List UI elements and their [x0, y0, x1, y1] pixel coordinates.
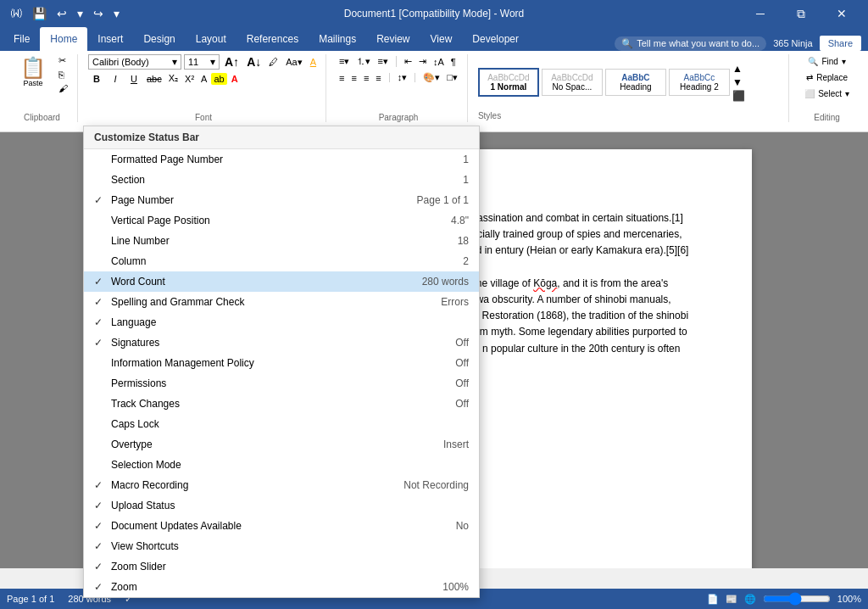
menu-item-signatures[interactable]: ✓ Signatures Off [84, 332, 479, 353]
change-case-btn[interactable]: Aa▾ [283, 56, 304, 69]
shading-btn[interactable]: 🎨▾ [420, 71, 442, 84]
styles-scroll-up[interactable]: ▲ [732, 63, 745, 75]
menu-item-formatted-page-number[interactable]: Formatted Page Number 1 [84, 149, 479, 170]
share-button[interactable]: Share [820, 36, 861, 51]
select-button[interactable]: ⬜ Select ▾ [799, 87, 854, 101]
web-layout-btn[interactable]: 🌐 [744, 594, 756, 605]
replace-button[interactable]: ⇄ Replace [799, 70, 854, 85]
increase-indent-btn[interactable]: ⇥ [416, 55, 429, 68]
menu-item-permissions[interactable]: Permissions Off [84, 373, 479, 394]
style-heading1[interactable]: AaBbC Heading [605, 69, 666, 96]
italic-btn[interactable]: I [107, 73, 124, 85]
save-quick-btn[interactable]: 💾 [29, 5, 50, 22]
tab-file[interactable]: File [3, 27, 40, 51]
zoom-slider[interactable] [763, 592, 831, 606]
menu-item-caps-lock[interactable]: Caps Lock [84, 414, 479, 434]
text-highlight-btn[interactable]: A [308, 56, 319, 68]
line-spacing-btn[interactable]: ↕▾ [395, 71, 410, 84]
paste-button[interactable]: 📋 Paste [14, 54, 53, 91]
tab-design[interactable]: Design [133, 27, 185, 51]
subscript-btn[interactable]: X₂ [166, 72, 181, 85]
style-normal[interactable]: AaBbCcDd 1 Normal [478, 68, 539, 97]
align-center-btn[interactable]: ≡ [348, 72, 359, 84]
show-formatting-btn[interactable]: ¶ [448, 56, 459, 68]
para-sep3 [415, 73, 415, 82]
align-left-btn[interactable]: ≡ [337, 72, 347, 84]
font-size-selector[interactable]: 11 ▾ [184, 54, 220, 70]
ribbon-tabs: File Home Insert Design Layout Reference… [0, 27, 868, 51]
style-nospace[interactable]: AaBbCcDd No Spac... [542, 69, 603, 96]
find-button[interactable]: 🔍 Find ▾ [799, 54, 854, 69]
menu-item-vertical-page-position[interactable]: Vertical Page Position 4.8" [84, 210, 479, 231]
bold-btn[interactable]: B [88, 73, 105, 85]
menu-item-overtype[interactable]: Overtype Insert [84, 434, 479, 455]
menu-item-spelling-grammar[interactable]: ✓ Spelling and Grammar Check Errors [84, 292, 479, 312]
text-highlight-color-btn[interactable]: ab [211, 73, 226, 85]
menu-item-upload-status[interactable]: ✓ Upload Status [84, 495, 479, 516]
minimize-btn[interactable]: ─ [741, 0, 780, 27]
tab-references[interactable]: References [236, 27, 309, 51]
restore-btn[interactable]: ⧉ [782, 0, 821, 27]
bullets-btn[interactable]: ≡▾ [337, 55, 352, 68]
justify-btn[interactable]: ≡ [373, 72, 383, 84]
read-mode-btn[interactable]: 📄 [707, 594, 719, 605]
numbering-btn[interactable]: ⒈▾ [353, 54, 373, 69]
tab-view[interactable]: View [420, 27, 463, 51]
print-layout-btn[interactable]: 📰 [726, 594, 737, 605]
value-line-number: 18 [441, 235, 469, 247]
styles-more[interactable]: ⬛ [732, 90, 745, 102]
clear-format-btn[interactable]: 🖊 [266, 56, 281, 68]
styles-scroll-down[interactable]: ▼ [732, 76, 745, 88]
menu-item-column[interactable]: Column 2 [84, 251, 479, 271]
format-painter-button[interactable]: 🖌 [56, 82, 70, 94]
increase-font-btn[interactable]: A↑ [222, 54, 242, 70]
decrease-font-btn[interactable]: A↓ [244, 54, 264, 70]
menu-item-track-changes[interactable]: Track Changes Off [84, 394, 479, 414]
ribbon-content: 📋 Paste ✂ ⎘ 🖌 Clipboard Calibri (Body) ▾… [0, 51, 868, 132]
menu-item-line-number[interactable]: Line Number 18 [84, 231, 479, 251]
align-right-btn[interactable]: ≡ [361, 72, 371, 84]
redo-quick-btn[interactable]: ↪ [90, 5, 107, 22]
style-heading2[interactable]: AaBbCc Heading 2 [669, 69, 730, 96]
font-name-chevron: ▾ [172, 56, 177, 68]
tab-developer[interactable]: Developer [462, 27, 529, 51]
menu-item-selection-mode[interactable]: Selection Mode [84, 455, 479, 475]
decrease-indent-btn[interactable]: ⇤ [402, 55, 415, 68]
sort-btn[interactable]: ↕A [431, 56, 447, 68]
menu-item-zoom[interactable]: ✓ Zoom 100% [84, 577, 479, 597]
borders-btn[interactable]: □▾ [444, 71, 460, 84]
label-info-mgmt-policy: Information Management Policy [111, 357, 438, 369]
menu-item-section[interactable]: Section 1 [84, 170, 479, 190]
superscript-btn[interactable]: X² [182, 73, 197, 85]
tab-review[interactable]: Review [366, 27, 420, 51]
multilevel-btn[interactable]: ≡▾ [375, 55, 390, 68]
strikethrough-btn[interactable]: abc [144, 73, 164, 85]
menu-item-view-shortcuts[interactable]: ✓ View Shortcuts [84, 536, 479, 556]
copy-button[interactable]: ⎘ [56, 69, 70, 81]
cut-button[interactable]: ✂ [56, 54, 70, 67]
tab-mailings[interactable]: Mailings [309, 27, 366, 51]
menu-item-macro-recording[interactable]: ✓ Macro Recording Not Recording [84, 475, 479, 495]
font-color-btn[interactable]: A [229, 73, 241, 85]
menu-item-page-number[interactable]: ✓ Page Number Page 1 of 1 [84, 190, 479, 210]
menu-item-doc-updates[interactable]: ✓ Document Updates Available No [84, 516, 479, 536]
underline-btn[interactable]: U [125, 73, 142, 85]
undo-quick-btn[interactable]: ↩ [53, 5, 70, 22]
title-bar-left: 🄦 💾 ↩ ▾ ↪ ▾ [7, 5, 123, 22]
context-menu[interactable]: Customize Status Bar Formatted Page Numb… [83, 126, 480, 598]
undo-dropdown-btn[interactable]: ▾ [74, 5, 86, 22]
font-name-selector[interactable]: Calibri (Body) ▾ [88, 54, 181, 70]
check-view-shortcuts: ✓ [94, 540, 111, 552]
menu-item-zoom-slider[interactable]: ✓ Zoom Slider [84, 556, 479, 577]
menu-item-language[interactable]: ✓ Language [84, 312, 479, 332]
text-effects-btn[interactable]: A [198, 73, 209, 85]
close-btn[interactable]: ✕ [822, 0, 861, 27]
more-quick-btn[interactable]: ▾ [110, 5, 123, 22]
tab-home[interactable]: Home [40, 27, 87, 51]
tab-layout[interactable]: Layout [186, 27, 236, 51]
tab-insert[interactable]: Insert [87, 27, 133, 51]
menu-item-info-mgmt-policy[interactable]: Information Management Policy Off [84, 353, 479, 373]
menu-item-word-count[interactable]: ✓ Word Count 280 words [84, 271, 479, 292]
label-doc-updates: Document Updates Available [111, 520, 439, 532]
tell-me-box[interactable]: 🔍 Tell me what you want to do... [615, 36, 766, 51]
